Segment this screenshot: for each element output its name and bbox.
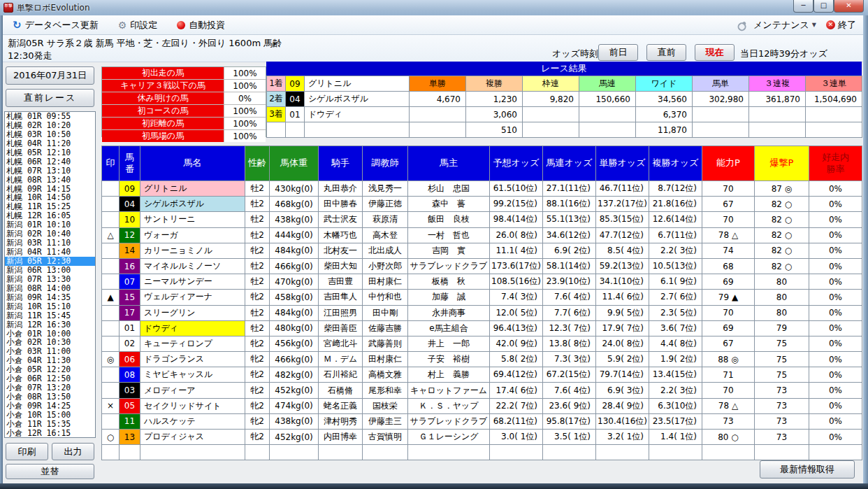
horse-name-cell (140, 445, 245, 460)
condition-label[interactable]: 初コースの馬 (102, 105, 224, 117)
horse-row[interactable]: 02キューティロンプ牝2456kg(0)宮﨑北斗武藤善則井上 一郎42.0( 9… (102, 336, 862, 351)
horse-row[interactable]: ▲15ヴェルディアーナ牝2458kg(0)吉田隼人中竹和也加藤 誠7.4( 3位… (102, 290, 862, 305)
race-list-item[interactable]: 札幌 04R 11:20 (5, 139, 95, 148)
race-list-item[interactable]: 札幌 02R 10:20 (5, 121, 95, 130)
minimize-button[interactable]: ─ (793, 0, 813, 13)
payout-cell (693, 122, 749, 138)
condition-label[interactable]: キャリア３戦以下の馬 (102, 80, 224, 92)
power-point-cell: 70 (702, 181, 755, 197)
horse-row[interactable]: 11ハルスケッテ牝2438kg(0)津村明秀伊藤圭三サラブレッドクラブ68.2(… (102, 413, 862, 429)
race-list-item[interactable]: 札幌 08R 13:40 (5, 176, 95, 185)
horse-row[interactable]: 01ドウディ牡2480kg(0)柴田善臣佐藤吉勝e馬主組合96.4(13位)12… (102, 320, 862, 336)
latest-info-button[interactable]: 最新情報取得 (760, 460, 855, 479)
print-settings-button[interactable]: ⚙ 印設定 (108, 15, 168, 34)
date-button[interactable]: 2016年07月31日 (6, 66, 94, 85)
horse-row[interactable]: 09グリトニル牡2430kg(0)丸田恭介浅見秀一杉山 忠国61.5(10位)2… (102, 181, 862, 197)
race-list-item[interactable]: 新潟 05R 12:30 (5, 257, 95, 266)
race-list-item[interactable]: 新潟 11R 15:45 (5, 311, 95, 320)
horse-row[interactable]: 03メロディーア牝2452kg(0)石橋脩尾形和幸キャロットファーム17.4( … (102, 383, 862, 398)
race-list-item[interactable]: 札幌 03R 10:50 (5, 130, 95, 139)
weight-cell: 466kg(0) (270, 258, 319, 274)
exit-button[interactable]: 終了 (838, 19, 856, 31)
umaren-odds-cell: 27.1(11位) (543, 181, 596, 197)
jockey-cell: 田中勝春 (319, 197, 363, 212)
horse-row[interactable] (102, 445, 862, 460)
sex-age-cell: 牡2 (245, 197, 270, 212)
horse-row[interactable]: 16マイネルルミノーソ牡2466kg(0)柴田大知小野次郎サラブレッドクラブ17… (102, 258, 862, 274)
payout-cell: 6,370 (636, 107, 693, 122)
owner-cell: 子安 裕樹 (408, 352, 490, 367)
predicted-odds-cell: 69.4(12位) (490, 367, 543, 383)
horse-row[interactable]: △12ヴォーガ牡2444kg(0)木幡巧也高木登一村 哲也26.0( 8位)34… (102, 227, 862, 243)
race-result-body: 1着09グリトニル単勝複勝枠連馬連ワイド馬単３連複３連単2着04シゲルボスザル4… (267, 76, 862, 138)
owner-cell: 永井商事 (408, 305, 490, 320)
horse-row[interactable]: 07ニーマルサンデー牡2470kg(0)吉田豊田村康仁板橋 秋108.5(16位… (102, 274, 862, 290)
race-list-item[interactable]: 新潟 10R 15:10 (5, 302, 95, 311)
auto-invest-button[interactable]: 自動投資 (167, 15, 235, 34)
horse-row[interactable]: 10サントリーニ牡2438kg(0)武士沢友萩原清飯田 良枝98.4(14位)5… (102, 212, 862, 227)
sort-button[interactable]: 並替 (6, 464, 94, 479)
current-odds-button[interactable]: 現在 (695, 44, 735, 61)
horse-row[interactable]: 04シゲルボスザル牡2468kg(0)田中勝春伊藤正徳森中 蕃99.2(15位)… (102, 197, 862, 212)
condition-value: 0% (224, 92, 266, 104)
condition-label[interactable]: 初距離の馬 (102, 118, 224, 129)
race-list-item[interactable]: 新潟 07R 13:30 (5, 275, 95, 284)
result-horse-number: 01 (286, 107, 305, 122)
horse-name-cell: シゲルボスザル (140, 197, 245, 212)
win-rate-cell: 0% (809, 367, 862, 383)
trainer-cell: 国枝栄 (363, 398, 408, 413)
close-button[interactable]: ✕ (834, 0, 864, 13)
print-settings-label: 印設定 (130, 19, 157, 31)
db-update-button[interactable]: ↻ データベース更新 (3, 15, 108, 34)
horse-row[interactable]: 14カリーニョミノル牝2484kg(0)北村友一北出成人吉岡 實11.1( 4位… (102, 243, 862, 258)
horse-row[interactable]: 08ミヤビキャッスル牝2482kg(0)石川裕紀高橋文雅村上 義勝69.4(12… (102, 367, 862, 383)
horse-row[interactable]: ○13プロディジャス牝2452kg(0)内田博幸古賀慎明Ｇ１レーシング3.0( … (102, 430, 862, 445)
recent-race-button[interactable]: 直前レース (6, 89, 94, 107)
condition-label[interactable]: 初出走の馬 (102, 67, 224, 79)
race-list-item[interactable]: 小倉 10R 15:00 (5, 411, 95, 420)
race-list-item[interactable]: 札幌 06R 12:40 (5, 157, 95, 166)
maximize-button[interactable]: □ (813, 0, 834, 13)
title-bar: 単撃 単撃ロボEvolution ─ □ ✕ (0, 0, 868, 15)
horses-table-header-row: 印馬 番馬名性齢馬体重騎手調教師馬主予想オッズ馬連オッズ単勝オッズ複勝オッズ能力… (102, 146, 862, 181)
output-button[interactable]: 出力 (52, 443, 94, 460)
race-list-item[interactable]: 新潟 09R 14:35 (5, 293, 95, 302)
race-list-item[interactable]: 小倉 11R 15:35 (5, 420, 95, 429)
condition-row: 初馬場の馬100% (102, 130, 266, 142)
trainer-cell: 小野次郎 (363, 258, 408, 274)
race-list-item[interactable]: 新潟 08R 14:00 (5, 284, 95, 293)
horse-number-cell: 10 (120, 212, 140, 227)
race-result-title: レース結果 (266, 62, 862, 76)
horse-row[interactable]: 17スリーグリン牡2484kg(0)江田照男田中剛永井商事12.0( 5位)7.… (102, 305, 862, 320)
race-list-item[interactable]: 小倉 09R 14:25 (5, 402, 95, 411)
race-list-item[interactable]: 札幌 01R 09:55 (5, 112, 95, 121)
predicted-odds-cell: 11.1( 4位) (490, 243, 543, 258)
race-list-item[interactable]: 新潟 12R 16:30 (5, 320, 95, 329)
column-header: 能力P (702, 146, 755, 181)
auto-invest-label: 自動投資 (189, 19, 225, 31)
horse-row[interactable]: ◎06ドラゴンランス牝2466kg(0)Ｍ．デム田村康仁子安 裕樹5.8( 2位… (102, 352, 862, 367)
jockey-cell: 宮﨑北斗 (319, 336, 363, 351)
race-list-item[interactable]: 新潟 06R 13:00 (5, 266, 95, 275)
bomb-point-cell: 73 (755, 430, 809, 445)
horse-row[interactable]: ×05セイクリッドサイト牝2474kg(0)蛯名正義国枝栄Ｋ．Ｓ．ヤップ22.2… (102, 398, 862, 413)
print-button[interactable]: 印刷 (6, 443, 48, 460)
race-list-item[interactable]: 小倉 12R 16:15 (5, 429, 95, 438)
race-list-item[interactable]: 札幌 07R 13:10 (5, 166, 95, 176)
power-point-cell: 74 (702, 243, 755, 258)
owner-cell: キャロットファーム (408, 383, 490, 398)
horse-name-cell: サントリーニ (140, 212, 245, 227)
predicted-odds-cell: 22.2( 7位) (490, 398, 543, 413)
just-before-odds-button[interactable]: 直前 (646, 44, 686, 61)
column-header: 馬 番 (120, 146, 140, 181)
condition-label[interactable]: 休み明けの馬 (102, 92, 224, 104)
umaren-odds-cell (543, 445, 596, 460)
race-list[interactable]: 札幌 01R 09:55札幌 02R 10:20札幌 03R 10:50札幌 0… (4, 111, 96, 438)
maintenance-button[interactable]: メンテナンス (753, 19, 809, 31)
payout-cell: 34,560 (636, 92, 693, 107)
race-list-item[interactable]: 札幌 05R 12:10 (5, 148, 95, 157)
condition-label[interactable]: 初馬場の馬 (102, 130, 224, 142)
predicted-odds-cell: 26.0( 8位) (490, 227, 543, 243)
maintenance-dropdown-arrow[interactable]: ▼ (812, 22, 816, 28)
prev-day-odds-button[interactable]: 前日 (598, 44, 638, 61)
